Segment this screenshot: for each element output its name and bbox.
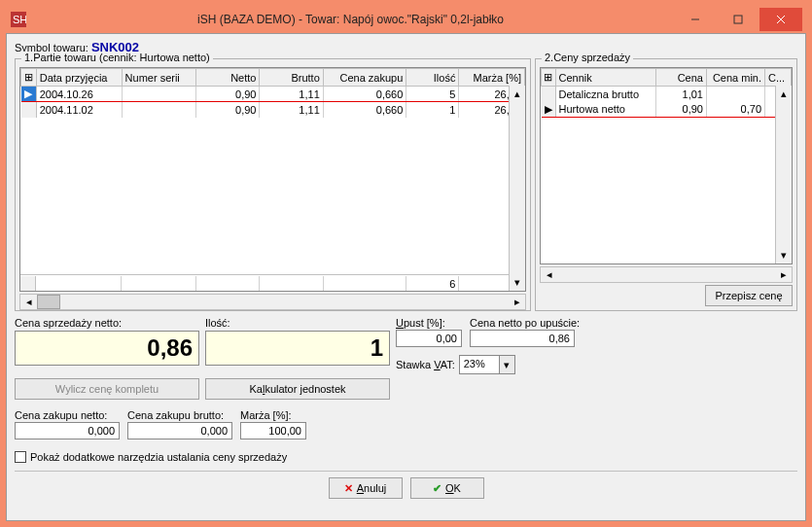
app-icon: SH <box>10 11 27 28</box>
col-cenamin[interactable]: Cena min. <box>706 69 764 87</box>
row-marker-header[interactable]: ⊞ <box>21 69 37 87</box>
panel-partie: 1.Partie towaru (cennik: Hurtowa netto) … <box>15 58 531 311</box>
table-row[interactable]: 2004.11.02 0,90 1,11 0,660 1 26,67 <box>21 102 525 118</box>
cell-brutto[interactable]: 1,11 <box>260 102 323 118</box>
col-netto[interactable]: Netto <box>196 69 260 87</box>
panel-partie-legend: 1.Partie towaru (cennik: Hurtowa netto) <box>21 52 213 63</box>
grid-header-row: ⊞ Data przyjęcia Numer serii Netto Brutt… <box>21 69 525 87</box>
po-upuscie-input[interactable] <box>470 330 575 347</box>
cell-cena[interactable]: 1,01 <box>656 87 707 102</box>
scroll-down-icon[interactable]: ▾ <box>510 274 525 291</box>
col-cennik[interactable]: Cennik <box>555 69 656 87</box>
upust-input[interactable] <box>396 330 462 347</box>
scroll-left-icon[interactable]: ◂ <box>20 295 37 309</box>
ilosc-label: Ilość: <box>205 317 390 329</box>
col-c[interactable]: C... <box>765 69 792 87</box>
cell-date[interactable]: 2004.10.26 <box>36 87 122 102</box>
minimize-button[interactable] <box>674 8 717 31</box>
wylicz-cene-button[interactable]: Wylicz cenę kompletu <box>15 378 199 400</box>
stawka-vat-label: Stawka VAT: <box>396 359 455 370</box>
row-marker-icon: ▶ <box>21 87 37 102</box>
maximize-button[interactable] <box>717 8 759 31</box>
scroll-left-icon[interactable]: ◂ <box>541 267 557 282</box>
col-date[interactable]: Data przyjęcia <box>36 69 122 87</box>
cell-cenamin[interactable]: 0,70 <box>706 102 764 118</box>
cell-ilosc[interactable]: 5 <box>406 87 459 102</box>
scrollbar-horizontal[interactable]: ◂ ▸ <box>19 294 526 310</box>
cell-cennik[interactable]: Detaliczna brutto <box>555 87 656 102</box>
grid-footer: 6 <box>20 274 525 291</box>
scroll-thumb[interactable] <box>37 295 60 309</box>
marza-input[interactable] <box>240 422 306 439</box>
svg-text:SH: SH <box>13 14 26 25</box>
cell-cennik[interactable]: Hurtowa netto <box>555 102 656 118</box>
table-row[interactable]: ▶ 2004.10.26 0,90 1,11 0,660 5 26,67 <box>21 87 525 102</box>
cell-series[interactable] <box>122 87 196 102</box>
cancel-icon: ✕ <box>344 482 353 495</box>
cell-cena[interactable]: 0,90 <box>656 102 707 118</box>
dodatkowe-label: Pokaż dodatkowe narzędzia ustalania ceny… <box>30 451 287 463</box>
kalkulator-jednostek-button[interactable]: Kalkulator jednostek <box>205 378 390 400</box>
cell-netto[interactable]: 0,90 <box>196 87 260 102</box>
zakup-brutto-label: Cena zakupu brutto: <box>127 409 232 421</box>
grid-partie[interactable]: ⊞ Data przyjęcia Numer serii Netto Brutt… <box>19 67 526 292</box>
svg-rect-3 <box>734 16 742 23</box>
scroll-right-icon[interactable]: ▸ <box>775 267 792 282</box>
cell-brutto[interactable]: 1,11 <box>260 87 323 102</box>
chevron-down-icon[interactable]: ▾ <box>499 356 514 373</box>
titlebar: SH iSH (BAZA DEMO) - Towar: Napój owoc."… <box>6 6 806 33</box>
dodatkowe-checkbox[interactable] <box>15 451 26 463</box>
anuluj-button[interactable]: ✕Anuluj <box>329 477 403 499</box>
scrollbar-horizontal[interactable]: ◂ ▸ <box>540 266 793 283</box>
zakup-netto-label: Cena zakupu netto: <box>15 409 120 421</box>
przepisz-cene-button[interactable]: Przepisz cenę <box>705 285 793 306</box>
window-title: iSH (BAZA DEMO) - Towar: Napój owoc."Raj… <box>27 13 674 26</box>
stawka-vat-value: 23% <box>460 356 499 373</box>
footer-ilosc: 6 <box>406 276 459 292</box>
check-icon: ✔ <box>433 482 441 495</box>
col-brutto[interactable]: Brutto <box>260 69 323 87</box>
scroll-up-icon[interactable]: ▴ <box>776 86 792 102</box>
close-button[interactable] <box>759 8 802 31</box>
row-marker-icon: ▶ <box>542 102 556 118</box>
cell-series[interactable] <box>122 102 196 118</box>
marza-label: Marża [%]: <box>240 409 306 421</box>
po-upuscie-label: Cena netto po upuście: <box>470 317 580 329</box>
ok-button[interactable]: ✔OK <box>410 477 484 499</box>
cell-cenazak[interactable]: 0,660 <box>323 87 406 102</box>
ilosc-input[interactable] <box>205 331 390 366</box>
zakup-brutto-input[interactable] <box>127 422 232 439</box>
scroll-down-icon[interactable]: ▾ <box>776 247 792 264</box>
cell-cenazak[interactable]: 0,660 <box>323 102 406 118</box>
cell-date[interactable]: 2004.11.02 <box>36 102 122 118</box>
panel-ceny: 2.Ceny sprzedaży ⊞ Cennik Cena Cena min.… <box>535 58 797 311</box>
upust-label: UUpust [%]:pust [%]: <box>396 317 462 329</box>
row-marker-header[interactable]: ⊞ <box>542 69 556 87</box>
stawka-vat-select[interactable]: 23% ▾ <box>459 355 515 374</box>
cena-sprzedazy-input[interactable] <box>15 331 199 366</box>
scroll-right-icon[interactable]: ▸ <box>509 295 525 309</box>
grid-ceny[interactable]: ⊞ Cennik Cena Cena min. C... Detaliczna … <box>540 67 793 264</box>
table-row[interactable]: Detaliczna brutto 1,01 <box>542 87 792 102</box>
scrollbar-vertical[interactable]: ▴ ▾ <box>509 86 525 291</box>
zakup-netto-input[interactable] <box>15 422 120 439</box>
cell-netto[interactable]: 0,90 <box>196 102 260 118</box>
scrollbar-vertical[interactable]: ▴ ▾ <box>775 86 792 264</box>
cell-cenamin[interactable] <box>706 87 764 102</box>
col-marza[interactable]: Marża [%] <box>459 69 525 87</box>
panel-ceny-legend: 2.Ceny sprzedaży <box>542 52 633 63</box>
cena-sprzedazy-label: Cena sprzedaży netto: <box>15 317 199 329</box>
table-row[interactable]: ▶ Hurtowa netto 0,90 0,70 <box>542 102 792 118</box>
col-series[interactable]: Numer serii <box>122 69 196 87</box>
col-ilosc[interactable]: Ilość <box>406 69 459 87</box>
scroll-up-icon[interactable]: ▴ <box>510 86 525 102</box>
col-cena[interactable]: Cena <box>656 69 707 87</box>
cell-ilosc[interactable]: 1 <box>406 102 459 118</box>
col-cenazak[interactable]: Cena zakupu <box>323 69 406 87</box>
